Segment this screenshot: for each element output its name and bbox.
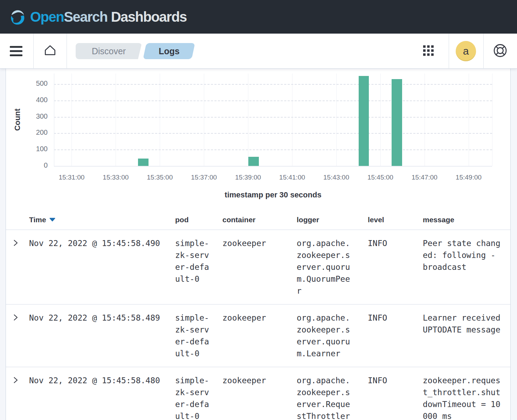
vertical-gridline	[71, 74, 72, 166]
logo-word-open: Open	[30, 9, 64, 24]
column-header-container[interactable]: container	[222, 216, 297, 224]
table-row: Nov 22, 2022 @ 15:45:58.480simple-zk-ser…	[6, 367, 510, 420]
cell-expand	[6, 237, 29, 297]
help-lifering-icon	[492, 43, 508, 58]
cell-logger: org.apache.zookeeper.server.quorum.Quoru…	[297, 237, 368, 297]
breadcrumb-logs[interactable]: Logs	[143, 43, 195, 59]
expand-row-button[interactable]	[13, 314, 19, 322]
column-header-level[interactable]: level	[368, 216, 423, 224]
cell-message: Learner received UPTODATE message	[423, 312, 510, 359]
vertical-gridline	[336, 74, 337, 166]
y-axis-tick-label: 500	[13, 79, 48, 88]
vertical-gridline	[425, 74, 425, 166]
opensearch-logo-icon	[8, 8, 27, 26]
cell-time: Nov 22, 2022 @ 15:45:58.490	[29, 237, 175, 297]
vertical-gridline	[492, 74, 492, 166]
cell-level: INFO	[368, 374, 423, 420]
x-axis-tick-label: 15:31:00	[49, 174, 94, 181]
column-header-logger[interactable]: logger	[297, 216, 368, 224]
cell-time: Nov 22, 2022 @ 15:45:58.480	[29, 374, 175, 420]
cell-time: Nov 22, 2022 @ 15:45:58.489	[29, 312, 175, 359]
x-axis-tick-label: 15:35:00	[137, 174, 182, 181]
vertical-gridline	[116, 74, 116, 166]
column-header-time[interactable]: Time	[29, 216, 175, 224]
table-header-row: Time pod container logger level message	[6, 210, 510, 230]
x-axis-tick-label: 15:43:00	[313, 174, 359, 181]
histogram-chart: 15:31:0015:33:0015:35:0015:37:0015:39:00…	[6, 69, 510, 210]
x-axis-tick-label: 15:45:00	[358, 174, 403, 181]
x-axis-tick-label: 15:49:00	[446, 174, 491, 181]
cell-container: zookeeper	[222, 374, 297, 420]
histogram-bar[interactable]	[138, 159, 148, 166]
cell-container: zookeeper	[222, 237, 297, 297]
chevron-right-icon	[13, 239, 19, 247]
y-axis-title: Count	[13, 108, 22, 131]
user-avatar[interactable]: a	[456, 41, 476, 61]
cell-message: Peer state changed: following - broadcas…	[423, 237, 510, 297]
horizontal-gridline	[54, 117, 492, 118]
cell-pod: simple-zk-server-default-0	[175, 237, 222, 297]
breadcrumbs: Discover Logs	[76, 43, 193, 59]
cell-message: zookeeper.request_throttler.shutdownTime…	[423, 374, 510, 420]
vertical-gridline	[292, 74, 292, 166]
cell-level: INFO	[368, 312, 423, 359]
menu-button[interactable]	[10, 43, 22, 58]
vertical-gridline	[248, 74, 248, 166]
nav-divider	[483, 34, 484, 68]
product-title: OpenSearchDashboards	[30, 9, 187, 25]
x-axis-tick-label: 15:37:00	[181, 174, 227, 181]
expand-row-button[interactable]	[13, 239, 19, 248]
cell-expand	[6, 374, 29, 420]
vertical-gridline	[160, 74, 160, 166]
vertical-gridline	[204, 74, 204, 166]
logo-word-search: Search	[64, 9, 107, 24]
discover-panel: 15:31:0015:33:0015:35:0015:37:0015:39:00…	[6, 69, 511, 420]
horizontal-gridline	[54, 100, 492, 101]
apps-menu-button[interactable]	[422, 44, 434, 57]
table-row: Nov 22, 2022 @ 15:45:58.489simple-zk-ser…	[6, 304, 510, 367]
x-axis-tick-label: 15:33:00	[93, 174, 138, 181]
top-navbar: Discover Logs a	[0, 34, 517, 69]
y-axis-tick-label: 0	[13, 161, 48, 169]
y-axis-tick-label: 400	[13, 96, 48, 104]
chevron-right-icon	[13, 314, 19, 321]
hamburger-icon	[10, 46, 22, 48]
sort-desc-icon	[49, 218, 55, 222]
column-header-pod[interactable]: pod	[175, 216, 222, 224]
vertical-gridline	[469, 74, 469, 166]
breadcrumb-discover[interactable]: Discover	[76, 43, 142, 59]
cell-expand	[6, 312, 29, 359]
nav-divider	[67, 34, 67, 68]
x-axis-tick-label: 15:39:00	[225, 174, 271, 181]
help-button[interactable]	[492, 43, 508, 59]
cell-logger: org.apache.zookeeper.server.quorum.Learn…	[297, 312, 368, 359]
histogram-bar[interactable]	[248, 157, 258, 166]
home-button[interactable]	[43, 43, 57, 59]
app-header: OpenSearchDashboards	[0, 0, 517, 34]
nav-divider	[449, 34, 449, 68]
y-axis-tick-label: 100	[13, 145, 48, 153]
table-body: Nov 22, 2022 @ 15:45:58.490simple-zk-ser…	[6, 230, 510, 420]
x-axis-line	[54, 166, 492, 167]
column-header-message[interactable]: message	[423, 216, 510, 224]
cell-logger: org.apache.zookeeper.server.RequestThrot…	[297, 374, 368, 420]
x-axis-title: timestamp per 30 seconds	[54, 190, 492, 200]
apps-grid-icon	[422, 44, 434, 56]
breadcrumb-label: Discover	[92, 46, 126, 56]
expand-row-button[interactable]	[13, 376, 19, 385]
histogram-bar[interactable]	[392, 79, 402, 166]
nav-divider	[33, 34, 34, 68]
horizontal-gridline	[54, 84, 492, 85]
opensearch-logo: OpenSearchDashboards	[8, 8, 187, 26]
cell-pod: simple-zk-server-default-0	[175, 374, 222, 420]
cell-pod: simple-zk-server-default-0	[175, 312, 222, 359]
x-axis-tick-label: 15:41:00	[269, 174, 315, 181]
histogram-bar[interactable]	[359, 76, 369, 166]
x-axis-tick-label: 15:47:00	[402, 174, 447, 181]
vertical-gridline	[380, 74, 381, 166]
y-axis-line	[54, 74, 54, 166]
breadcrumb-label: Logs	[159, 46, 180, 56]
table-row: Nov 22, 2022 @ 15:45:58.490simple-zk-ser…	[6, 230, 510, 304]
horizontal-gridline	[54, 149, 492, 150]
cell-container: zookeeper	[222, 312, 297, 359]
